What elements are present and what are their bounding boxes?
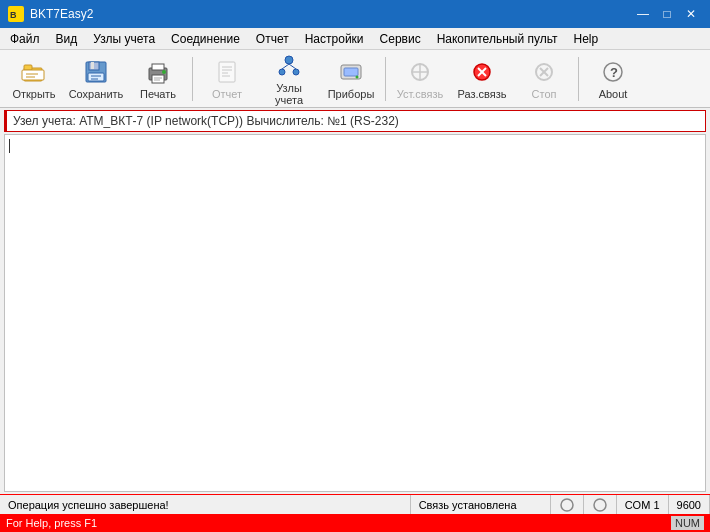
svg-point-25 [279,69,285,75]
open-label: Открыть [12,88,55,100]
menu-accumulator[interactable]: Накопительный пульт [429,30,566,48]
separator-3 [578,57,579,101]
print-button[interactable]: Печать [128,53,188,105]
disconnect-icon [468,58,496,86]
nodes-label: Узлы учета [262,82,316,106]
title-bar-left: B BKT7Easy2 [8,6,93,22]
status-bar: Операция успешно завершена! Связь устано… [0,494,710,514]
about-button[interactable]: ? About [583,53,643,105]
svg-text:?: ? [610,65,618,80]
info-bar: Узел учета: ATM_ВКТ-7 (IP network(TCP)) … [4,110,706,132]
about-label: About [599,88,628,100]
svg-rect-30 [344,68,358,76]
svg-point-24 [285,56,293,64]
menu-settings[interactable]: Настройки [297,30,372,48]
svg-rect-10 [88,73,104,81]
open-button[interactable]: Открыть [4,53,64,105]
status-operation: Операция успешно завершена! [0,495,411,514]
save-icon [82,58,110,86]
svg-rect-14 [152,64,164,70]
help-bar-right: NUM [671,516,704,530]
info-text: Узел учета: ATM_ВКТ-7 (IP network(TCP)) … [13,114,399,128]
menu-report[interactable]: Отчет [248,30,297,48]
num-badge: NUM [671,516,704,530]
toolbar: Открыть Сохранить [0,50,710,108]
main-content [4,134,706,492]
close-button[interactable]: ✕ [680,5,702,23]
print-icon [144,58,172,86]
app-icon: B [8,6,24,22]
devices-label: Приборы [328,88,375,100]
devices-button[interactable]: Приборы [321,53,381,105]
report-button[interactable]: Отчет [197,53,257,105]
svg-rect-4 [22,70,44,80]
stop-button[interactable]: Стоп [514,53,574,105]
stop-label: Стоп [532,88,557,100]
nodes-button[interactable]: Узлы учета [259,53,319,105]
svg-point-31 [356,75,359,78]
menu-connection[interactable]: Соединение [163,30,248,48]
menu-view[interactable]: Вид [48,30,86,48]
svg-point-16 [162,70,166,74]
connect-icon [406,58,434,86]
print-label: Печать [140,88,176,100]
save-label: Сохранить [69,88,124,100]
connect-button[interactable]: Уст.связь [390,53,450,105]
title-controls: — □ ✕ [632,5,702,23]
status-port: COM 1 [617,495,669,514]
menu-service[interactable]: Сервис [372,30,429,48]
title-text: BKT7Easy2 [30,7,93,21]
help-text: For Help, press F1 [6,517,97,529]
open-icon [20,58,48,86]
svg-line-27 [282,64,289,69]
menu-file[interactable]: Файл [2,30,48,48]
svg-point-43 [561,499,573,511]
minimize-button[interactable]: — [632,5,654,23]
status-baud: 9600 [669,495,710,514]
svg-line-28 [289,64,296,69]
stop-icon [530,58,558,86]
disconnect-label: Раз.связь [457,88,506,100]
status-connection: Связь установлена [411,495,551,514]
connect-label: Уст.связь [397,88,444,100]
maximize-button[interactable]: □ [656,5,678,23]
disconnect-button[interactable]: Раз.связь [452,53,512,105]
svg-rect-19 [219,62,235,82]
svg-rect-15 [152,75,164,83]
status-indicator1 [551,495,584,514]
title-bar: B BKT7Easy2 — □ ✕ [0,0,710,28]
separator-2 [385,57,386,101]
menu-help[interactable]: Help [565,30,606,48]
save-button[interactable]: Сохранить [66,53,126,105]
nodes-icon [275,52,303,80]
svg-point-44 [594,499,606,511]
menu-bar: Файл Вид Узлы учета Соединение Отчет Нас… [0,28,710,50]
svg-text:B: B [10,10,17,20]
status-indicator2 [584,495,617,514]
about-icon: ? [599,58,627,86]
help-bar: For Help, press F1 NUM [0,514,710,532]
report-label: Отчет [212,88,242,100]
report-icon [213,58,241,86]
svg-rect-9 [91,62,94,69]
svg-point-26 [293,69,299,75]
cursor [9,139,10,153]
menu-nodes[interactable]: Узлы учета [85,30,163,48]
separator-1 [192,57,193,101]
devices-icon [337,58,365,86]
svg-rect-3 [24,65,32,70]
